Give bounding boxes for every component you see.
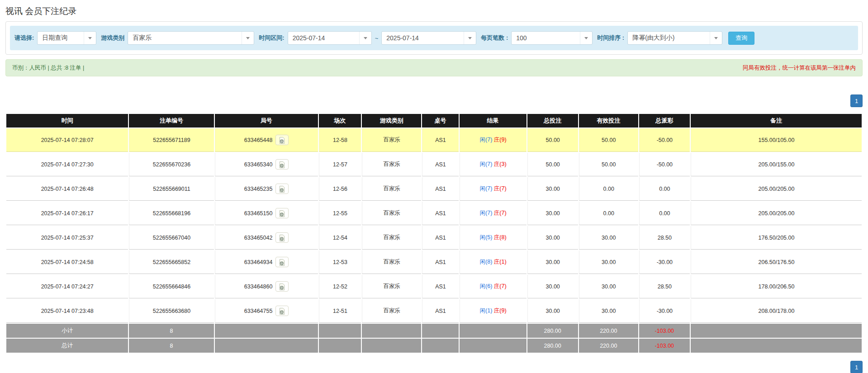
session-cell: 12-52 bbox=[319, 275, 361, 298]
video-record-button[interactable] bbox=[275, 159, 289, 170]
chevron-down-icon[interactable] bbox=[242, 32, 254, 44]
time-cell: 2025-07-14 07:24:58 bbox=[6, 250, 128, 274]
result-cell: 闲(7) 庄(3) bbox=[460, 153, 526, 176]
chevron-down-icon[interactable] bbox=[464, 32, 476, 44]
summary-label: 总计 bbox=[6, 339, 128, 353]
round-id: 633465340 bbox=[244, 161, 273, 168]
bet-id-cell: 522655668196 bbox=[129, 202, 213, 225]
video-record-button[interactable] bbox=[275, 281, 289, 292]
valid-bet-cell: 30.00 bbox=[579, 250, 638, 274]
payout-cell: 28.50 bbox=[639, 275, 690, 298]
bet-table-body: 2025-07-14 07:28:07522655671189633465448… bbox=[6, 128, 862, 323]
note-cell: 206.50/176.50 bbox=[691, 250, 862, 274]
valid-bet-cell: 50.00 bbox=[579, 153, 638, 176]
page-1-button[interactable]: 1 bbox=[850, 361, 863, 373]
summary-row: 小计8280.00220.00-103.00 bbox=[6, 324, 862, 338]
total-bet-link[interactable]: 50.00 bbox=[527, 153, 578, 176]
total-bet-link[interactable]: 30.00 bbox=[527, 299, 578, 323]
round-cell: 633464860 bbox=[215, 275, 318, 298]
session-cell: 12-51 bbox=[319, 299, 361, 323]
bet-table-foot: 小计8280.00220.00-103.00总计8280.00220.00-10… bbox=[6, 324, 862, 353]
player-result: 闲(5) bbox=[480, 234, 493, 241]
search-button[interactable]: 查询 bbox=[728, 32, 754, 45]
video-record-button[interactable] bbox=[275, 208, 289, 218]
player-result: 闲(7) bbox=[480, 161, 493, 167]
total-bet-link[interactable]: 30.00 bbox=[527, 226, 578, 250]
session-cell: 12-58 bbox=[319, 128, 361, 152]
round-id: 633465042 bbox=[244, 235, 273, 241]
time-cell: 2025-07-14 07:27:30 bbox=[6, 153, 128, 176]
summary-label: 小计 bbox=[6, 324, 128, 338]
total-bet-link[interactable]: 30.00 bbox=[527, 202, 578, 225]
chevron-down-icon[interactable] bbox=[84, 32, 96, 44]
summary-empty-cell bbox=[362, 339, 421, 353]
time-cell: 2025-07-14 07:26:48 bbox=[6, 177, 128, 201]
chevron-down-icon[interactable] bbox=[580, 32, 592, 44]
session-cell: 12-57 bbox=[319, 153, 361, 176]
video-record-button[interactable] bbox=[275, 184, 289, 194]
round-cell: 633465235 bbox=[215, 177, 318, 201]
table-row: 2025-07-14 07:28:07522655671189633465448… bbox=[6, 128, 862, 152]
total-bet-link[interactable]: 50.00 bbox=[527, 128, 578, 152]
video-record-icon bbox=[278, 210, 286, 217]
video-record-button[interactable] bbox=[275, 306, 289, 316]
time-cell: 2025-07-14 07:24:27 bbox=[6, 275, 128, 298]
table-no-cell: AS1 bbox=[422, 226, 458, 250]
total-bet-link[interactable]: 30.00 bbox=[527, 177, 578, 201]
table-row: 2025-07-14 07:24:58522655665852633464934… bbox=[6, 250, 862, 274]
total-bet-link[interactable]: 30.00 bbox=[527, 275, 578, 298]
video-record-button[interactable] bbox=[275, 135, 289, 145]
table-no-cell: AS1 bbox=[422, 250, 458, 274]
time-sort-select[interactable]: 降幂(由大到小) bbox=[627, 31, 722, 45]
game-type-select[interactable]: 百家乐 bbox=[128, 31, 254, 45]
video-record-icon bbox=[278, 137, 286, 144]
date-to-select[interactable]: 2025-07-14 bbox=[381, 31, 476, 45]
video-record-button[interactable] bbox=[275, 257, 289, 267]
round-wrap: 633465150 bbox=[244, 208, 289, 218]
date-from-select[interactable]: 2025-07-14 bbox=[288, 31, 372, 45]
round-wrap: 633465042 bbox=[244, 232, 289, 243]
player-result: 闲(7) bbox=[480, 137, 493, 143]
time-range-group: 时间区间: 2025-07-14 ~ 2025-07-14 bbox=[259, 31, 476, 45]
summary-empty-cell bbox=[319, 339, 361, 353]
chevron-down-icon[interactable] bbox=[710, 32, 722, 44]
summary-count: 8 bbox=[129, 339, 213, 353]
page-1-button[interactable]: 1 bbox=[850, 94, 863, 107]
table-header-row: 时间注单编号局号场次游戏类别桌号结果总投注有效投注总派彩备注 bbox=[6, 114, 862, 127]
summary-valid-bet: 220.00 bbox=[579, 339, 638, 353]
summary-bar: 币别：人民币 | 总共 :8 注单 | 同局有效投注，统一计算在该局第一张注单内 bbox=[5, 59, 863, 76]
game-type-cell: 百家乐 bbox=[362, 226, 421, 250]
time-cell: 2025-07-14 07:25:37 bbox=[6, 226, 128, 250]
session-cell: 12-54 bbox=[319, 226, 361, 250]
total-bet-link[interactable]: 30.00 bbox=[527, 250, 578, 274]
session-cell: 12-55 bbox=[319, 202, 361, 225]
video-record-icon bbox=[278, 161, 286, 169]
currency-total-text: 币别：人民币 | 总共 :8 注单 | bbox=[12, 64, 84, 72]
page-size-select[interactable]: 100 bbox=[511, 31, 593, 45]
round-wrap: 633465448 bbox=[244, 135, 289, 145]
summary-empty-cell bbox=[460, 339, 526, 353]
time-cell: 2025-07-14 07:26:17 bbox=[6, 202, 128, 225]
column-header: 结果 bbox=[460, 114, 526, 127]
table-no-cell: AS1 bbox=[422, 153, 458, 176]
video-record-button[interactable] bbox=[275, 232, 289, 243]
column-header: 游戏类别 bbox=[362, 114, 421, 127]
query-type-label: 请选择: bbox=[14, 34, 34, 42]
column-header: 总投注 bbox=[527, 114, 578, 127]
filter-panel: 请选择: 日期查询 游戏类别 百家乐 时间区间: 2025-07-14 bbox=[5, 21, 863, 55]
bet-id-cell: 522655671189 bbox=[129, 128, 213, 152]
bet-id-cell: 522655664846 bbox=[129, 275, 213, 298]
query-type-select[interactable]: 日期查询 bbox=[37, 31, 96, 45]
game-type-cell: 百家乐 bbox=[362, 202, 421, 225]
table-row: 2025-07-14 07:26:17522655668196633465150… bbox=[6, 202, 862, 225]
valid-bet-cell: 30.00 bbox=[579, 226, 638, 250]
player-result: 闲(7) bbox=[480, 210, 493, 216]
pagination-top: 1 bbox=[5, 94, 863, 107]
date-from-value: 2025-07-14 bbox=[288, 32, 359, 44]
banker-result: 庄(8) bbox=[494, 234, 507, 241]
time-sort-value: 降幂(由大到小) bbox=[628, 32, 710, 44]
note-cell: 176.50/205.00 bbox=[691, 226, 862, 250]
summary-empty-cell bbox=[422, 339, 458, 353]
chevron-down-icon[interactable] bbox=[359, 32, 371, 44]
game-type-label: 游戏类别 bbox=[101, 34, 124, 42]
